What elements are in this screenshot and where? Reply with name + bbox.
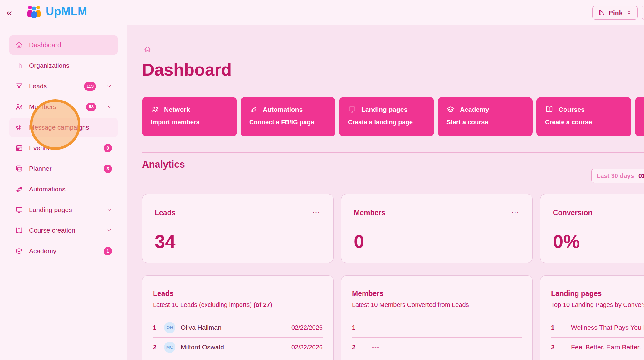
list-item[interactable]: 1 OH Oliva Hallman 02/22/2026: [153, 318, 323, 338]
sidebar: Dashboard Organizations Leads 113 Member…: [0, 25, 127, 360]
quick-action-automations[interactable]: Automations Connect a FB/IG page: [241, 97, 335, 136]
ellipsis-menu-icon[interactable]: …: [511, 209, 520, 212]
open-book-icon: [545, 105, 554, 114]
sidebar-item-dashboard[interactable]: Dashboard: [9, 35, 118, 55]
sidebar-item-planner[interactable]: Planner 3: [9, 159, 118, 178]
member-name: ---: [372, 324, 379, 331]
sidebar-item-automations[interactable]: Automations: [9, 180, 118, 199]
stat-value: 0%: [553, 231, 644, 252]
list-item[interactable]: 2 MO Milford Oswald 02/22/2026: [153, 338, 323, 357]
chevron-down-icon[interactable]: [106, 228, 112, 233]
landing-page-name: Feel Better. Earn Better.: [571, 343, 641, 351]
sidebar-item-members[interactable]: Members 53: [9, 97, 118, 116]
quick-action-clipped[interactable]: C: [635, 97, 644, 136]
list-card-leads: Leads Latest 10 Leads (excluding imports…: [142, 275, 334, 360]
quick-action-title: Courses: [559, 106, 585, 113]
quick-action-title: Academy: [460, 106, 489, 113]
list-card-landing-pages: Landing pages Top 10 Landing Pages by Co…: [540, 275, 644, 360]
landing-page-name: Wellness That Pays You Back: [571, 324, 644, 331]
stat-title: Leads: [155, 209, 175, 217]
sidebar-item-message-campaigns[interactable]: Message campaigns: [9, 118, 118, 137]
quick-actions-row: Network Import members Automations Conne…: [142, 97, 644, 136]
quick-action-network[interactable]: Network Import members: [142, 97, 237, 136]
top-bar: « UpMLM Pink: [0, 0, 644, 25]
quick-action-subtitle: Start a course: [446, 119, 524, 126]
planner-check-icon: [15, 165, 23, 173]
brand-name: UpMLM: [46, 5, 87, 18]
page-title: Dashboard: [142, 60, 232, 80]
chevron-down-icon[interactable]: [106, 83, 112, 89]
sidebar-item-leads[interactable]: Leads 113: [9, 76, 118, 96]
analytics-heading: Analytics: [142, 159, 185, 170]
sidebar-item-label: Course creation: [29, 227, 75, 234]
rocket-icon: [15, 185, 23, 193]
list-item[interactable]: 2 Feel Better. Earn Better.: [551, 338, 644, 357]
sidebar-item-organizations[interactable]: Organizations: [9, 56, 118, 75]
sidebar-item-label: Events: [29, 144, 49, 152]
quick-action-courses[interactable]: Courses Create a course: [536, 97, 631, 136]
sidebar-item-landing-pages[interactable]: Landing pages: [9, 200, 118, 219]
sidebar-item-label: Planner: [29, 165, 51, 172]
graduation-cap-icon: [15, 247, 23, 255]
date-range-value: 01/2: [638, 172, 644, 180]
sidebar-item-events[interactable]: Events 0: [9, 138, 118, 158]
monitor-icon: [15, 206, 23, 214]
row-number: 2: [352, 344, 359, 351]
list-item[interactable]: 1 ---: [352, 318, 522, 338]
stat-title: Conversion: [553, 209, 593, 217]
quick-action-landing-pages[interactable]: Landing pages Create a landing page: [339, 97, 434, 136]
lead-date: 02/22/2026: [291, 344, 323, 351]
list-item[interactable]: 1 Wellness That Pays You Back: [551, 318, 644, 338]
row-number: 1: [551, 324, 559, 331]
theme-select[interactable]: Pink: [592, 6, 638, 20]
sidebar-item-label: Leads: [29, 82, 47, 90]
quick-action-academy[interactable]: Academy Start a course: [438, 97, 533, 136]
lead-name: Milford Oswald: [181, 343, 224, 351]
open-book-icon: [15, 226, 23, 234]
sidebar-item-course-creation[interactable]: Course creation: [9, 221, 118, 240]
member-name: ---: [372, 343, 379, 351]
section-divider: [142, 152, 644, 153]
people-icon: [15, 103, 23, 111]
quick-action-subtitle: Import members: [151, 119, 228, 126]
funnel-icon: [15, 82, 23, 90]
sidebar-collapse-button[interactable]: «: [0, 0, 19, 25]
chevron-down-icon[interactable]: [106, 207, 112, 213]
list-title: Landing pages: [551, 289, 644, 298]
list-item[interactable]: 2 ---: [352, 338, 522, 357]
secondary-topbar-button[interactable]: [642, 6, 644, 20]
home-icon: [15, 41, 23, 49]
rocket-icon: [249, 105, 258, 114]
sidebar-item-label: Organizations: [29, 62, 70, 69]
sidebar-item-label: Message campaigns: [29, 124, 89, 131]
monitor-icon: [348, 105, 356, 114]
updown-chevron-icon: [626, 10, 632, 16]
sidebar-item-label: Automations: [29, 185, 66, 193]
quick-action-title: Landing pages: [361, 106, 407, 113]
count-badge: 1: [104, 247, 112, 255]
date-range-select[interactable]: Last 30 days 01/2: [591, 169, 644, 183]
color-swatch-icon: [598, 9, 605, 17]
avatar: OH: [164, 322, 175, 333]
brand[interactable]: UpMLM: [26, 4, 87, 19]
chevron-down-icon[interactable]: [106, 104, 112, 110]
list-title: Leads: [153, 289, 323, 298]
sidebar-item-academy[interactable]: Academy 1: [9, 241, 118, 261]
theme-select-value: Pink: [609, 9, 622, 17]
quick-action-subtitle: Create a course: [545, 119, 622, 126]
sidebar-item-label: Dashboard: [29, 41, 61, 49]
quick-action-subtitle: Create a landing page: [348, 119, 425, 126]
list-card-members: Members Latest 10 Members Converted from…: [341, 275, 533, 360]
stat-value: 34: [155, 231, 321, 252]
quick-action-subtitle: Connect a FB/IG page: [249, 119, 327, 126]
count-badge: 53: [86, 103, 96, 111]
ellipsis-menu-icon[interactable]: …: [312, 209, 321, 212]
calendar-icon: [15, 144, 23, 152]
lead-name: Oliva Hallman: [181, 324, 222, 331]
breadcrumb-home-icon[interactable]: [143, 45, 152, 54]
upmlm-logo-icon: [26, 4, 42, 19]
quick-action-title: Network: [164, 106, 190, 113]
sidebar-item-label: Academy: [29, 247, 56, 255]
row-number: 1: [352, 324, 359, 331]
double-chevron-left-icon: «: [7, 7, 12, 18]
